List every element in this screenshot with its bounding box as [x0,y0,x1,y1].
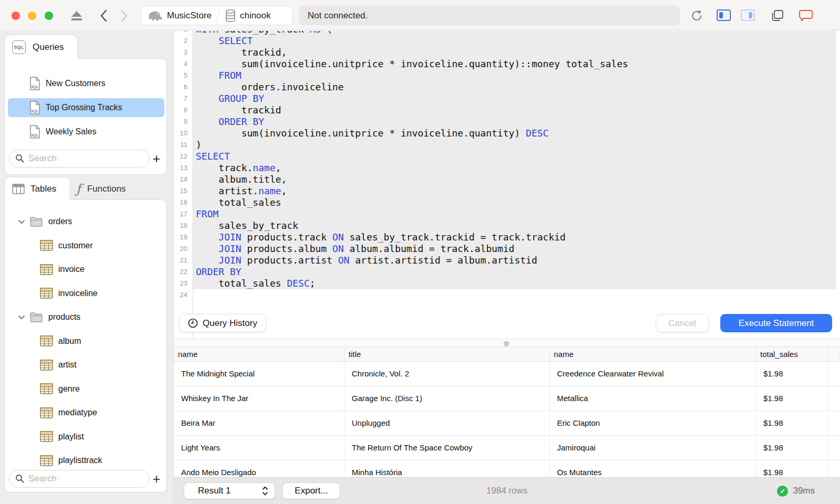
line-number: 23 [174,278,193,289]
code-line-7[interactable]: 7 GROUP BY [174,93,840,104]
code-line-15[interactable]: 15 artist.name, [174,185,840,197]
editor-results-splitter[interactable] [174,339,840,347]
table-cell[interactable]: Light Years [174,436,344,460]
code-line-23[interactable]: 23 total_sales DESC; [174,278,840,289]
query-item-weekly-sales[interactable]: SQLWeekly Sales [8,122,164,141]
tree-table-album[interactable]: album [8,332,164,351]
tables-search-input[interactable] [28,474,133,484]
table-cell[interactable]: $1.98 [756,362,828,386]
breadcrumb-server[interactable]: MusicStore [141,6,218,25]
table-cell[interactable]: Os Mutantes [550,460,756,477]
column-header-name[interactable]: name [174,347,344,361]
code-line-21[interactable]: 21 JOIN products.artist ON artist.artist… [174,255,840,266]
query-item-new-customers[interactable]: SQLNew Customers [8,74,164,93]
table-cell[interactable]: The Return Of The Space Cowboy [344,436,550,460]
sql-editor[interactable]: 1WITH sales_by_track AS (2 SELECT3 track… [174,31,840,339]
code-line-20[interactable]: 20 JOIN products.album ON album.albumid … [174,243,840,255]
chevron-down-icon[interactable] [18,219,25,224]
back-button[interactable] [98,8,109,23]
table-cell[interactable]: $1.98 [756,460,828,477]
tree-table-mediatype[interactable]: mediatype [8,403,164,422]
code-line-13[interactable]: 13 track.name, [174,162,840,174]
code-line-14[interactable]: 14 album.title, [174,174,840,185]
code-line-19[interactable]: 19 JOIN products.track ON sales_by_track… [174,232,840,243]
refresh-button[interactable] [690,8,705,23]
tree-table-genre[interactable]: genre [8,380,164,398]
table-cell[interactable]: $1.98 [756,411,828,435]
new-window-button[interactable] [770,8,785,23]
tree-table-artist[interactable]: artist [8,355,164,374]
forward-button[interactable] [119,8,130,23]
tab-functions[interactable]: ƒ Functions [76,180,126,198]
minimize-window-button[interactable] [28,12,36,20]
table-cell[interactable]: Eric Clapton [550,411,756,435]
table-cell[interactable]: Metallica [550,386,756,411]
table-cell[interactable]: Garage Inc. (Disc 1) [344,386,550,411]
code-line-1[interactable]: 1WITH sales_by_track AS ( [174,31,840,35]
table-cell[interactable]: $1.98 [756,436,828,460]
table-cell[interactable]: Ando Meio Desligado [174,460,344,477]
line-number: 24 [174,289,193,301]
table-row[interactable]: The Midnight SpecialChronicle, Vol. 2Cre… [174,362,840,386]
tree-table-invoiceline[interactable]: invoiceline [8,284,164,303]
execute-statement-button[interactable]: Execute Statement [720,314,832,332]
eject-disconnect-button[interactable] [70,9,83,23]
code-line-17[interactable]: 17FROM [174,208,840,220]
code-line-9[interactable]: 9 ORDER BY [174,116,840,128]
code-line-8[interactable]: 8 trackid [174,104,840,116]
queries-search[interactable] [9,150,150,167]
cancel-button[interactable]: Cancel [656,314,709,332]
code-line-12[interactable]: 12SELECT [174,151,840,162]
table-cell[interactable]: Beira Mar [174,411,344,435]
code-line-5[interactable]: 5 FROM [174,70,840,81]
code-line-2[interactable]: 2 SELECT [174,35,840,47]
tab-tables[interactable]: Tables [4,177,70,200]
code-line-18[interactable]: 18 sales_by_track [174,220,840,232]
column-header-name[interactable]: name [550,347,756,361]
tree-folder-products[interactable]: products [8,308,164,327]
table-cell[interactable]: $1.98 [756,386,828,411]
table-cell[interactable]: Jamiroquai [550,436,756,460]
table-cell[interactable]: Creedence Clearwater Revival [550,362,756,386]
table-row[interactable]: Beira MarUnpluggedEric Clapton$1.98 [174,411,840,436]
add-query-button[interactable]: + [150,151,163,166]
table-cell[interactable]: The Midnight Special [174,362,344,386]
chevron-down-icon[interactable] [18,315,25,320]
code-line-3[interactable]: 3 trackid, [174,47,840,58]
tree-folder-orders[interactable]: orders [8,212,164,231]
close-window-button[interactable] [12,12,20,20]
tree-table-invoice[interactable]: invoice [8,260,164,279]
column-header-total_sales[interactable]: total_sales [756,347,828,361]
code-line-4[interactable]: 4 sum(invoiceline.unitprice * invoicelin… [174,58,840,70]
code-line-24[interactable]: 24 [174,289,840,301]
queries-search-input[interactable] [28,153,133,164]
code-line-22[interactable]: 22ORDER BY [174,266,840,278]
tables-search[interactable] [9,470,150,488]
export-button[interactable]: Export... [282,482,340,499]
toggle-left-sidebar-button[interactable] [717,9,731,21]
table-row[interactable]: Ando Meio DesligadoMinha HistóriaOs Muta… [174,460,840,477]
feedback-bubble-button[interactable] [798,8,814,23]
code-line-16[interactable]: 16 total_sales [174,197,840,208]
code-line-6[interactable]: 6 orders.invoiceline [174,81,840,93]
tree-table-playlisttrack[interactable]: playlisttrack [8,451,164,470]
zoom-window-button[interactable] [45,12,53,20]
toggle-right-sidebar-button[interactable] [741,9,755,21]
table-cell[interactable]: Chronicle, Vol. 2 [344,362,550,386]
tree-table-customer[interactable]: customer [8,236,164,255]
code-line-10[interactable]: 10 sum(invoiceline.unitprice * invoiceli… [174,128,840,139]
tree-table-playlist[interactable]: playlist [8,427,164,446]
table-cell[interactable]: Minha História [344,460,550,477]
query-history-button[interactable]: Query History [179,314,266,332]
column-header-title[interactable]: title [344,347,550,361]
query-item-top-grossing-tracks[interactable]: SQLTop Grossing Tracks [8,98,164,117]
result-selector[interactable]: Result 1 [184,482,275,499]
breadcrumb-database[interactable]: chinook [218,6,277,25]
tab-queries[interactable]: SQL Queries [4,35,78,59]
table-row[interactable]: Light YearsThe Return Of The Space Cowbo… [174,436,840,460]
table-cell[interactable]: Whiskey In The Jar [174,386,344,411]
table-cell[interactable]: Unplugged [344,411,550,435]
table-row[interactable]: Whiskey In The JarGarage Inc. (Disc 1)Me… [174,386,840,411]
code-line-11[interactable]: 11) [174,139,840,151]
add-table-button[interactable]: + [150,471,163,487]
